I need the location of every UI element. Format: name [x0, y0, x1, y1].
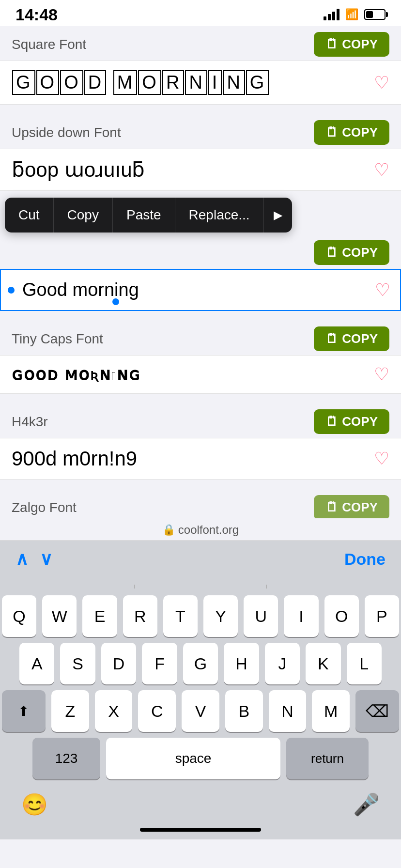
suggestion-2[interactable] [135, 583, 267, 590]
wifi-icon: 📶 [345, 8, 358, 21]
cursor-right [112, 298, 119, 305]
tiny-caps-heart-button[interactable]: ♡ [374, 364, 389, 385]
tiny-caps-font-body: ɢᴏᴏᴅ ᴍᴏʀɴɪɴɢ ♡ [0, 355, 401, 394]
keyboard-row-4: 123 space return [2, 738, 399, 779]
key-v[interactable]: V [182, 690, 219, 732]
key-d[interactable]: D [101, 643, 136, 684]
key-u[interactable]: U [244, 595, 278, 637]
key-c[interactable]: C [138, 690, 176, 732]
copy-clipboard-icon-3: 🗒 [325, 245, 338, 260]
microphone-button[interactable]: 🎤 [353, 792, 380, 817]
key-q[interactable]: Q [2, 595, 36, 637]
key-delete[interactable]: ⌫ [355, 690, 399, 732]
key-r[interactable]: R [123, 595, 157, 637]
key-space[interactable]: space [106, 738, 280, 779]
tiny-caps-font-text: ɢᴏᴏᴅ ᴍᴏʀɴɪɴɢ [12, 364, 374, 385]
emoji-button[interactable]: 😊 [21, 792, 48, 817]
key-i[interactable]: I [284, 595, 318, 637]
copy-clipboard-icon-6: 🗒 [325, 500, 338, 515]
upside-down-heart-button[interactable]: ♡ [374, 160, 389, 180]
key-a[interactable]: A [19, 643, 54, 684]
key-p[interactable]: P [365, 595, 399, 637]
sq-o1: O [36, 70, 60, 95]
keyboard: Q W E R T Y U I O P A S D F G H J K L ⬆ … [0, 577, 401, 824]
key-o[interactable]: O [324, 595, 359, 637]
status-bar: 14:48 📶 [0, 0, 401, 26]
copy-clipboard-icon-2: 🗒 [325, 125, 338, 140]
context-menu-cut[interactable]: Cut [5, 198, 54, 232]
upside-down-font-header: Upside down Font 🗒 COPY [0, 114, 401, 149]
square-font-heart-button[interactable]: ♡ [374, 73, 389, 93]
key-y[interactable]: Y [203, 595, 238, 637]
h4k3r-body: 900d m0rn!n9 ♡ [0, 438, 401, 480]
key-t[interactable]: T [163, 595, 198, 637]
square-font-body: GOOD MORNING ♡ [0, 61, 401, 105]
square-font-card: Square Font 🗒 COPY GOOD MORNING ♡ [0, 26, 401, 105]
lock-icon: 🔒 [162, 524, 175, 536]
h4k3r-card: H4k3r 🗒 COPY 900d m0rn!n9 ♡ [0, 403, 401, 480]
context-menu-more[interactable]: ▶ [264, 199, 292, 232]
copy-clipboard-icon: 🗒 [325, 37, 338, 52]
zalgo-copy-button[interactable]: 🗒 COPY [314, 495, 389, 518]
key-f[interactable]: F [142, 643, 177, 684]
key-l[interactable]: L [347, 643, 382, 684]
upside-down-font-copy-button[interactable]: 🗒 COPY [314, 120, 389, 145]
key-g[interactable]: G [183, 643, 218, 684]
toolbar-done-button[interactable]: Done [344, 550, 386, 569]
tiny-caps-font-header: Tiny Caps Font 🗒 COPY [0, 321, 401, 355]
key-numbers[interactable]: 123 [32, 738, 100, 779]
key-e[interactable]: E [82, 595, 117, 637]
input-copy-button[interactable]: 🗒 COPY [314, 240, 389, 265]
square-font-label: Square Font [12, 37, 86, 52]
key-s[interactable]: S [60, 643, 95, 684]
copy-clipboard-icon-4: 🗒 [325, 331, 338, 346]
upside-down-font-body: ƃoop ɯoɹuıuƃ ♡ [0, 149, 401, 191]
key-j[interactable]: J [265, 643, 300, 684]
key-z[interactable]: Z [51, 690, 89, 732]
sq-m: M [113, 70, 138, 95]
sq-r: R [162, 70, 184, 95]
key-k[interactable]: K [306, 643, 340, 684]
sq-d: D [84, 70, 106, 95]
h4k3r-heart-button[interactable]: ♡ [374, 449, 389, 469]
tiny-caps-copy-button[interactable]: 🗒 COPY [314, 326, 389, 351]
toolbar-down-arrow[interactable]: ∨ [40, 549, 52, 569]
key-m[interactable]: M [312, 690, 350, 732]
square-font-copy-button[interactable]: 🗒 COPY [314, 32, 389, 57]
key-return[interactable]: return [286, 738, 369, 779]
key-b[interactable]: B [225, 690, 263, 732]
toolbar-arrows: ∧ ∨ [15, 549, 52, 569]
cursor-left [8, 287, 15, 294]
key-n[interactable]: N [269, 690, 307, 732]
signal-icon [324, 9, 339, 20]
context-menu-replace[interactable]: Replace... [175, 198, 264, 232]
status-icons: 📶 [324, 8, 386, 21]
h4k3r-header: H4k3r 🗒 COPY [0, 403, 401, 438]
key-x[interactable]: X [95, 690, 133, 732]
key-shift[interactable]: ⬆ [2, 690, 46, 732]
context-menu-copy[interactable]: Copy [54, 198, 113, 232]
h4k3r-label: H4k3r [12, 414, 48, 430]
sq-o2: O [60, 70, 83, 95]
tiny-caps-font-card: Tiny Caps Font 🗒 COPY ɢᴏᴏᴅ ᴍᴏʀɴɪɴɢ ♡ [0, 321, 401, 394]
h4k3r-copy-button[interactable]: 🗒 COPY [314, 409, 389, 434]
h4k3r-text: 900d m0rn!n9 [12, 447, 374, 470]
zalgo-font-header: Zalgo Font 🗒 COPY [0, 489, 401, 518]
input-section: Cut Copy Paste Replace... ▶ 🗒 COPY Good … [0, 194, 401, 311]
keyboard-suggestions [2, 583, 399, 595]
upside-down-font-card: Upside down Font 🗒 COPY ƃoop ɯoɹuıuƃ ♡ [0, 114, 401, 191]
key-w[interactable]: W [42, 595, 77, 637]
input-heart-button[interactable]: ♡ [375, 280, 390, 300]
toolbar-up-arrow[interactable]: ∧ [15, 549, 28, 569]
suggestion-3[interactable] [267, 583, 399, 590]
home-indicator [0, 824, 401, 839]
context-menu-paste[interactable]: Paste [113, 198, 175, 232]
keyboard-row-2: A S D F G H J K L [2, 643, 399, 684]
key-h[interactable]: H [224, 643, 259, 684]
tiny-caps-font-label: Tiny Caps Font [12, 331, 103, 347]
suggestion-1[interactable] [2, 583, 134, 590]
context-menu: Cut Copy Paste Replace... ▶ [5, 198, 292, 232]
emoji-mic-row: 😊 🎤 [2, 785, 399, 822]
zalgo-font-label: Zalgo Font [12, 500, 77, 515]
sq-g: G [12, 70, 35, 95]
